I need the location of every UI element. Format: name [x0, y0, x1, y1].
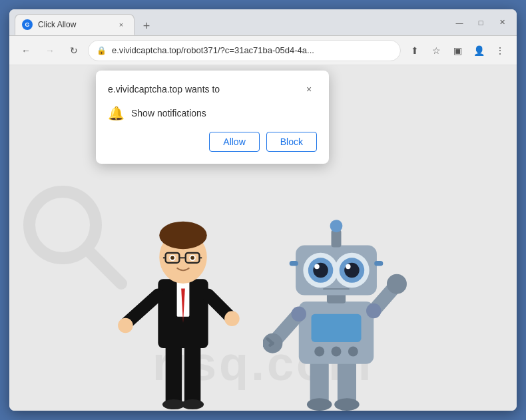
svg-point-52	[314, 264, 320, 270]
browser-window: G Click Allow × + — □ ✕ ← → ↻ 🔒 e.vividc…	[9, 9, 517, 411]
svg-point-56	[330, 220, 343, 232]
svg-line-37	[270, 343, 273, 345]
illustration	[9, 198, 517, 411]
address-text: e.vividcaptcha.top/robot371/?c=31ac71ba-…	[112, 45, 392, 55]
svg-point-53	[346, 264, 351, 270]
nav-bar: ← → ↻ 🔒 e.vividcaptcha.top/robot371/?c=3…	[9, 36, 517, 65]
window-controls: — □ ✕	[450, 13, 511, 32]
person-illustration	[117, 198, 250, 411]
maximize-button[interactable]: □	[471, 13, 490, 32]
share-button[interactable]: ⬆	[405, 41, 425, 61]
allow-button[interactable]: Allow	[209, 132, 259, 152]
tab-title: Click Allow	[38, 20, 110, 29]
svg-point-41	[366, 304, 382, 319]
popup-buttons: Allow Block	[108, 132, 317, 152]
svg-point-40	[292, 306, 307, 321]
block-button[interactable]: Block	[266, 132, 317, 152]
svg-rect-26	[338, 361, 356, 405]
close-button[interactable]: ✕	[493, 13, 511, 32]
back-button[interactable]: ←	[16, 41, 36, 61]
lock-icon: 🔒	[97, 46, 107, 55]
split-view-button[interactable]: ▣	[447, 41, 467, 61]
svg-point-27	[307, 398, 332, 411]
popup-title: e.vividcaptcha.top wants to	[108, 84, 220, 95]
forward-button[interactable]: →	[40, 41, 60, 61]
svg-point-5	[181, 399, 204, 409]
svg-point-32	[332, 346, 342, 356]
svg-rect-25	[310, 361, 329, 405]
svg-point-39	[387, 274, 407, 294]
svg-rect-45	[374, 261, 383, 266]
svg-point-15	[159, 222, 207, 249]
nav-actions: ⬆ ☆ ▣ 👤 ⋮	[405, 41, 510, 61]
svg-point-31	[314, 346, 324, 356]
page-bg: risq.com e.vividcaptcha.top wants to × 🔔…	[9, 65, 517, 411]
refresh-button[interactable]: ↻	[64, 41, 84, 61]
svg-rect-30	[312, 314, 362, 342]
tab-close-button[interactable]: ×	[115, 19, 127, 31]
page-content: risq.com e.vividcaptcha.top wants to × 🔔…	[9, 65, 517, 411]
new-tab-button[interactable]: +	[137, 17, 156, 35]
notification-text: Show notifications	[131, 108, 206, 118]
address-bar[interactable]: 🔒 e.vividcaptcha.top/robot371/?c=31ac71b…	[88, 40, 401, 61]
account-button[interactable]: 👤	[469, 41, 489, 61]
bookmark-button[interactable]: ☆	[426, 41, 446, 61]
svg-line-9	[127, 295, 158, 323]
popup-header: e.vividcaptcha.top wants to ×	[108, 81, 317, 97]
bell-icon: 🔔	[108, 105, 125, 121]
svg-point-12	[118, 318, 133, 333]
tab-favicon: G	[22, 19, 33, 30]
tab-area: G Click Allow × +	[15, 9, 446, 35]
svg-point-11	[224, 311, 240, 326]
svg-rect-3	[184, 341, 200, 404]
robot-illustration	[263, 211, 409, 411]
title-bar: G Click Allow × + — □ ✕	[9, 9, 517, 36]
svg-point-28	[334, 398, 360, 411]
minimize-button[interactable]: —	[450, 13, 469, 32]
svg-rect-55	[332, 230, 342, 247]
popup-notification-row: 🔔 Show notifications	[108, 105, 317, 121]
svg-point-33	[348, 346, 358, 356]
svg-rect-2	[166, 341, 182, 404]
svg-point-24	[190, 256, 194, 260]
svg-point-23	[170, 256, 174, 260]
popup-close-button[interactable]: ×	[301, 81, 317, 97]
menu-button[interactable]: ⋮	[490, 41, 510, 61]
active-tab[interactable]: G Click Allow ×	[15, 14, 134, 35]
svg-rect-44	[290, 261, 298, 266]
notification-popup: e.vividcaptcha.top wants to × 🔔 Show not…	[96, 71, 329, 164]
